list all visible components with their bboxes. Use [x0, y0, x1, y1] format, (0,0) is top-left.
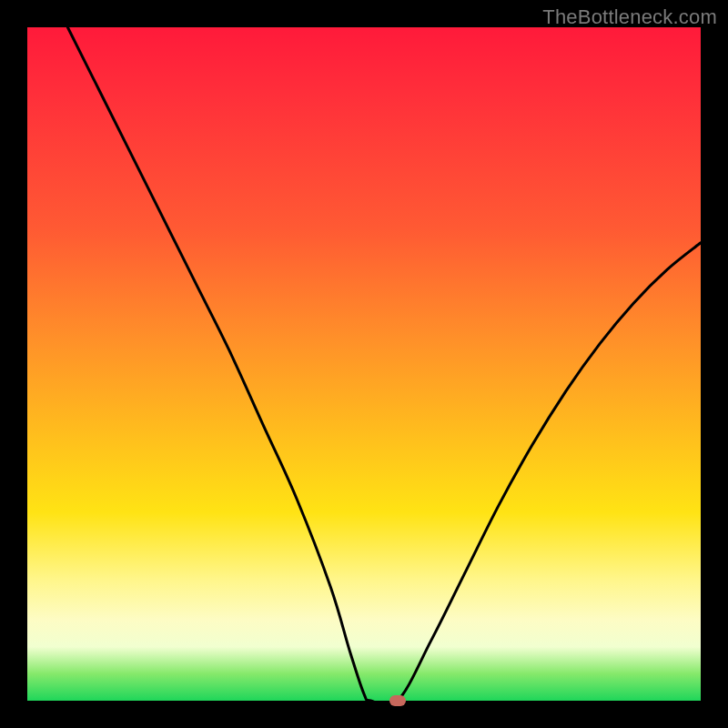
chart-frame: TheBottleneck.com [0, 0, 728, 728]
curve-svg [27, 27, 701, 701]
optimum-marker [389, 695, 406, 706]
watermark-text: TheBottleneck.com [542, 5, 717, 29]
bottleneck-curve [67, 27, 701, 701]
plot-area [27, 27, 701, 701]
